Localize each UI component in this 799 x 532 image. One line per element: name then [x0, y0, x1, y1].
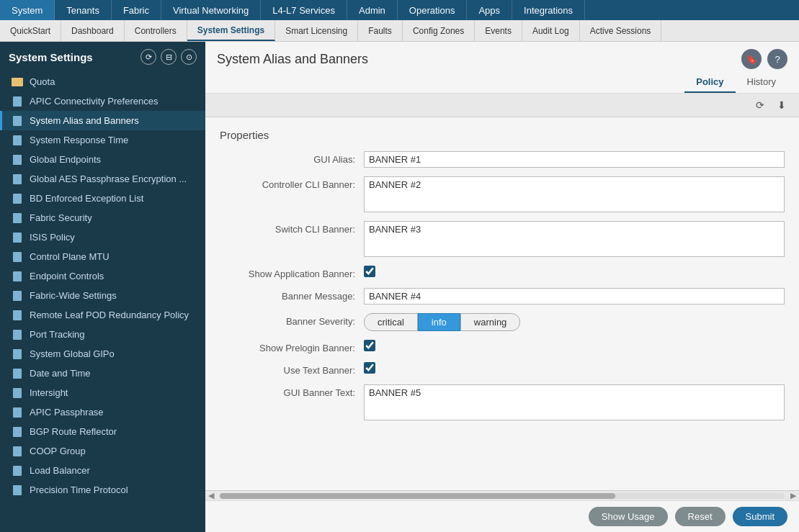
doc-icon: [11, 427, 24, 437]
page-title: System Alias and Banners: [217, 52, 368, 67]
form-row-show-prelogin: Show Prelogin Banner:: [220, 340, 785, 353]
top-nav-integrations[interactable]: Integrations: [512, 0, 585, 20]
top-nav-tenants[interactable]: Tenants: [55, 0, 112, 20]
nav-system-settings[interactable]: System Settings: [187, 20, 275, 41]
top-nav-admin[interactable]: Admin: [347, 0, 398, 20]
sidebar-item-apic-connectivity[interactable]: APIC Connectivity Preferences: [0, 91, 205, 111]
form-row-gui-alias: GUI Alias:: [220, 151, 785, 168]
sidebar-item-apic-passphrase[interactable]: APIC Passphrase: [0, 402, 205, 422]
nav-smart-licensing[interactable]: Smart Licensing: [275, 20, 358, 41]
nav-config-zones[interactable]: Config Zones: [403, 20, 475, 41]
form-area: Properties GUI Alias: Controller CLI Ban…: [205, 117, 799, 490]
doc-icon: [11, 407, 24, 418]
use-text-banner-checkbox[interactable]: [364, 362, 375, 374]
tab-history[interactable]: History: [736, 72, 787, 93]
reset-button[interactable]: Reset: [675, 507, 726, 526]
sidebar-item-system-response-time[interactable]: System Response Time: [0, 130, 205, 150]
banner-message-input[interactable]: [364, 288, 785, 305]
sidebar-item-label: Global AES Passphrase Encryption ...: [30, 173, 187, 184]
sidebar-item-label: System Response Time: [30, 135, 128, 145]
horizontal-scrollbar[interactable]: ◀ ▶: [205, 490, 799, 500]
folder-icon: [11, 77, 24, 87]
help-icon-btn[interactable]: ?: [767, 49, 787, 69]
gui-alias-input[interactable]: [364, 151, 785, 168]
sidebar-item-label: ISIS Policy: [30, 232, 75, 243]
form-row-gui-banner-text: GUI Banner Text: BANNER #5: [220, 384, 785, 420]
sidebar-item-bgp-route-reflector[interactable]: BGP Route Reflector: [0, 422, 205, 441]
sidebar-item-remote-leaf[interactable]: Remote Leaf POD Redundancy Policy: [0, 305, 205, 325]
sidebar-refresh-btn[interactable]: ⟳: [140, 49, 156, 65]
tab-policy[interactable]: Policy: [684, 72, 735, 93]
submit-button[interactable]: Submit: [733, 507, 787, 526]
sidebar-item-system-global-gipo[interactable]: System Global GIPo: [0, 344, 205, 364]
sidebar-settings-btn[interactable]: ⊙: [181, 49, 197, 65]
sidebar-item-fabric-wide-settings[interactable]: Fabric-Wide Settings: [0, 286, 205, 305]
nav-faults[interactable]: Faults: [358, 20, 403, 41]
sidebar-item-label: Fabric Security: [30, 212, 92, 223]
sidebar-item-date-time[interactable]: Date and Time: [0, 364, 205, 383]
sidebar-item-intersight[interactable]: Intersight: [0, 383, 205, 402]
sidebar-item-global-endpoints[interactable]: Global Endpoints: [0, 150, 205, 169]
switch-cli-banner-label: Switch CLI Banner:: [220, 221, 364, 235]
top-nav-apps[interactable]: Apps: [467, 0, 512, 20]
sidebar-item-precision-time[interactable]: Precision Time Protocol: [0, 480, 205, 500]
sidebar-item-label: Fabric-Wide Settings: [30, 290, 117, 301]
use-text-banner-label: Use Text Banner:: [220, 362, 364, 376]
sidebar-collapse-btn[interactable]: ⊟: [161, 49, 177, 65]
nav-dashboard[interactable]: Dashboard: [61, 20, 125, 41]
top-nav-fabric[interactable]: Fabric: [112, 0, 161, 20]
show-usage-button[interactable]: Show Usage: [589, 507, 668, 526]
nav-controllers[interactable]: Controllers: [125, 20, 187, 41]
sidebar-item-global-aes[interactable]: Global AES Passphrase Encryption ...: [0, 169, 205, 189]
sidebar-item-label: Control Plane MTU: [30, 251, 110, 262]
top-nav-operations[interactable]: Operations: [398, 0, 468, 20]
doc-icon: [11, 271, 24, 281]
sidebar-title: System Settings: [9, 51, 93, 63]
show-app-banner-checkbox[interactable]: [364, 266, 375, 277]
sidebar-item-coop-group[interactable]: COOP Group: [0, 441, 205, 461]
controller-cli-banner-label: Controller CLI Banner:: [220, 176, 364, 190]
nav-quickstart[interactable]: QuickStart: [0, 20, 61, 41]
doc-icon: [11, 349, 24, 359]
doc-icon: [11, 135, 24, 145]
doc-icon: [11, 466, 24, 476]
top-nav-virtual-networking[interactable]: Virtual Networking: [161, 0, 261, 20]
sidebar-item-control-plane-mtu[interactable]: Control Plane MTU: [0, 247, 205, 266]
nav-active-sessions[interactable]: Active Sessions: [580, 20, 662, 41]
severity-info-btn[interactable]: info: [418, 313, 460, 331]
sidebar-item-system-alias[interactable]: System Alias and Banners: [0, 111, 205, 130]
sidebar-item-isis-policy[interactable]: ISIS Policy: [0, 227, 205, 247]
nav-events[interactable]: Events: [475, 20, 522, 41]
sidebar-item-label: COOP Group: [30, 446, 86, 456]
refresh-btn[interactable]: ⟳: [751, 96, 769, 114]
sidebar-item-load-balancer[interactable]: Load Balancer: [0, 461, 205, 480]
banner-severity-label: Banner Severity:: [220, 313, 364, 327]
sidebar-item-label: Load Balancer: [30, 465, 90, 476]
top-nav-l4l7[interactable]: L4-L7 Services: [261, 0, 347, 20]
gui-banner-text-input[interactable]: BANNER #5: [364, 384, 785, 420]
tabs-row: Policy History: [205, 72, 799, 94]
form-row-controller-cli: Controller CLI Banner: BANNER #2: [220, 176, 785, 212]
sidebar-item-quota[interactable]: Quota: [0, 72, 205, 91]
show-prelogin-banner-checkbox[interactable]: [364, 340, 375, 351]
sidebar-item-label: Date and Time: [30, 368, 91, 379]
sidebar-item-label: Remote Leaf POD Redundancy Policy: [30, 310, 189, 320]
switch-cli-banner-input[interactable]: BANNER #3: [364, 221, 785, 257]
download-btn[interactable]: ⬇: [773, 96, 790, 114]
severity-warning-btn[interactable]: warning: [460, 313, 521, 331]
doc-icon: [11, 233, 24, 243]
sidebar-item-label: APIC Connectivity Preferences: [30, 96, 158, 107]
sidebar-header: System Settings ⟳ ⊟ ⊙: [0, 42, 205, 72]
bookmark-icon-btn[interactable]: 🔖: [741, 49, 762, 69]
show-app-banner-label: Show Application Banner:: [220, 266, 364, 279]
top-nav-system[interactable]: System: [0, 0, 55, 20]
banner-message-label: Banner Message:: [220, 288, 364, 302]
top-nav: System Tenants Fabric Virtual Networking…: [0, 0, 799, 20]
sidebar-item-bd-enforced[interactable]: BD Enforced Exception List: [0, 189, 205, 208]
sidebar-item-port-tracking[interactable]: Port Tracking: [0, 325, 205, 344]
nav-audit-log[interactable]: Audit Log: [522, 20, 580, 41]
sidebar-item-fabric-security[interactable]: Fabric Security: [0, 208, 205, 227]
sidebar-item-endpoint-controls[interactable]: Endpoint Controls: [0, 266, 205, 286]
severity-critical-btn[interactable]: critical: [364, 313, 418, 331]
controller-cli-banner-input[interactable]: BANNER #2: [364, 176, 785, 212]
